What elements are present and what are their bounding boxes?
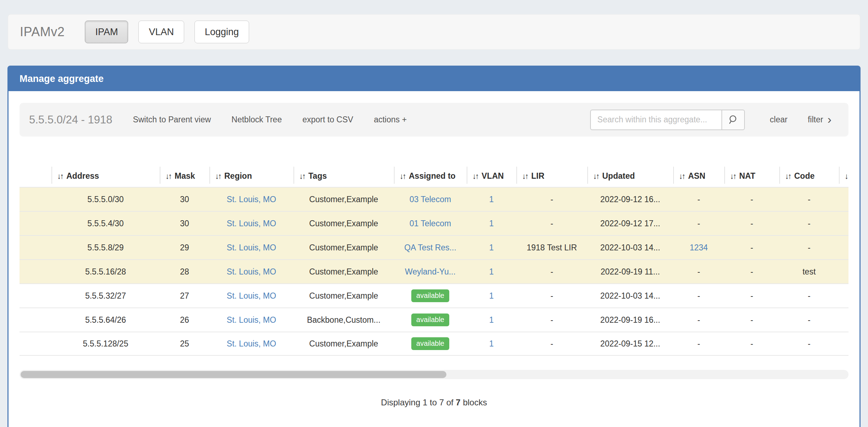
table-row: 5.5.5.32/2727St. Louis, MOCustomer,Examp… — [20, 283, 848, 307]
pagination-text: Displaying 1 to 7 of — [381, 398, 454, 407]
filter-link[interactable]: filter › — [808, 114, 831, 126]
cell-lir: - — [516, 283, 587, 307]
column-header-updated[interactable]: ↓↑Updated — [587, 165, 673, 187]
assigned-to-link[interactable]: Weyland-Yu... — [405, 267, 456, 276]
cell-tags: Customer,Example — [293, 283, 394, 307]
app-brand: IPAMv2 — [20, 24, 65, 39]
cell-code: - — [779, 211, 839, 235]
cell-lir: - — [516, 307, 587, 332]
table-scroll-area: ↓↑Address↓↑Mask↓↑Region↓↑Tags↓↑Assigned … — [20, 165, 848, 356]
column-header-address[interactable]: ↓↑Address — [51, 165, 160, 187]
cell-tags: Customer,Example — [293, 332, 394, 356]
cell-updated: 2022-10-03 14... — [587, 283, 673, 307]
export-to-csv-link[interactable]: export to CSV — [302, 115, 353, 124]
cell-mask: 25 — [160, 332, 209, 356]
netblock-tree-link[interactable]: Netblock Tree — [231, 115, 282, 124]
cell-row-select — [20, 187, 51, 211]
cell-asn: - — [673, 259, 724, 283]
tab-logging[interactable]: Logging — [194, 21, 249, 43]
cell-nat: - — [724, 211, 779, 235]
assigned-to-link[interactable]: 03 Telecom — [410, 195, 451, 204]
top-navbar: IPAMv2 IPAMVLANLogging — [8, 14, 860, 50]
scrollbar-thumb[interactable] — [21, 371, 446, 378]
search-input[interactable] — [590, 110, 722, 130]
tab-ipam[interactable]: IPAM — [85, 21, 128, 43]
assigned-to-link[interactable]: QA Test Res... — [404, 243, 456, 252]
cell-mask: 30 — [160, 211, 209, 235]
region-link[interactable]: St. Louis, MO — [227, 195, 276, 204]
vlan-link[interactable]: 1 — [489, 339, 494, 348]
vlan-link[interactable]: 1 — [489, 291, 494, 300]
vlan-link[interactable]: 1 — [489, 267, 494, 276]
cell-vlan: 1 — [467, 332, 516, 356]
cell-updated: 2022-09-12 16... — [587, 187, 673, 211]
cell-assigned-to: QA Test Res... — [394, 235, 467, 259]
region-link[interactable]: St. Louis, MO — [227, 243, 276, 252]
column-label: Updated — [602, 171, 635, 181]
cell-updated: 2022-09-19 11... — [587, 259, 673, 283]
cell-assigned-to: 03 Telecom — [394, 187, 467, 211]
cell-address: 5.5.5.128/25 — [51, 332, 160, 356]
column-header-assigned-to[interactable]: ↓↑Assigned to — [394, 165, 467, 187]
column-header-tags[interactable]: ↓↑Tags — [293, 165, 394, 187]
tab-vlan[interactable]: VLAN — [138, 21, 184, 43]
table-row: 5.5.5.128/2525St. Louis, MOCustomer,Exam… — [20, 332, 848, 356]
switch-to-parent-view-link[interactable]: Switch to Parent view — [133, 115, 211, 124]
cell-tags: Customer,Example — [293, 235, 394, 259]
region-link[interactable]: St. Louis, MO — [227, 339, 276, 348]
region-link[interactable]: St. Louis, MO — [227, 267, 276, 276]
cell-extra — [839, 235, 848, 259]
actions-menu-link[interactable]: actions + — [374, 115, 407, 124]
column-header-asn[interactable]: ↓↑ASN — [673, 165, 724, 187]
vlan-link[interactable]: 1 — [489, 315, 494, 325]
cell-nat: - — [724, 283, 779, 307]
cell-extra — [839, 187, 848, 211]
cell-region: St. Louis, MO — [209, 235, 293, 259]
vlan-link[interactable]: 1 — [489, 243, 494, 252]
region-link[interactable]: St. Louis, MO — [227, 219, 276, 228]
region-link[interactable]: St. Louis, MO — [227, 315, 276, 325]
available-badge[interactable]: available — [411, 289, 449, 302]
column-label: LIR — [531, 171, 544, 181]
sort-icon: ↓↑ — [679, 172, 685, 181]
cell-vlan: 1 — [467, 235, 516, 259]
cell-tags: Backbone,Custom... — [293, 307, 394, 332]
region-link[interactable]: St. Louis, MO — [227, 291, 276, 300]
horizontal-scrollbar[interactable] — [20, 370, 848, 379]
sort-icon: ↓↑ — [730, 172, 736, 181]
available-badge[interactable]: available — [411, 314, 449, 326]
column-label: Mask — [175, 171, 195, 181]
cell-vlan: 1 — [467, 187, 516, 211]
cell-address: 5.5.5.8/29 — [51, 235, 160, 259]
cell-assigned-to: 01 Telecom — [394, 211, 467, 235]
vlan-link[interactable]: 1 — [489, 219, 494, 228]
clear-link[interactable]: clear — [770, 115, 787, 124]
column-header-vlan[interactable]: ↓↑VLAN — [467, 165, 516, 187]
column-header-nat[interactable]: ↓↑NAT — [724, 165, 779, 187]
column-header-extra[interactable]: ↓↑ — [839, 165, 848, 187]
column-header-lir[interactable]: ↓↑LIR — [516, 165, 587, 187]
column-label: Address — [66, 171, 99, 181]
search-button[interactable] — [721, 110, 745, 130]
column-header-code[interactable]: ↓↑Code — [779, 165, 839, 187]
cell-extra — [839, 332, 848, 356]
cell-mask: 28 — [160, 259, 209, 283]
sort-icon: ↓↑ — [165, 172, 171, 181]
column-label: NAT — [739, 171, 756, 181]
column-header-region[interactable]: ↓↑Region — [209, 165, 293, 187]
cell-row-select — [20, 283, 51, 307]
vlan-link[interactable]: 1 — [489, 195, 494, 204]
cell-lir: - — [516, 211, 587, 235]
cell-code: - — [779, 307, 839, 332]
cell-vlan: 1 — [467, 211, 516, 235]
asn-link[interactable]: 1234 — [690, 243, 708, 252]
column-header-mask[interactable]: ↓↑Mask — [160, 165, 209, 187]
assigned-to-link[interactable]: 01 Telecom — [410, 219, 451, 228]
cell-region: St. Louis, MO — [209, 211, 293, 235]
table-row: 5.5.5.0/3030St. Louis, MOCustomer,Exampl… — [20, 187, 848, 211]
table-row: 5.5.5.4/3030St. Louis, MOCustomer,Exampl… — [20, 211, 848, 235]
sort-icon: ↓↑ — [400, 172, 405, 181]
table-row: 5.5.5.8/2929St. Louis, MOCustomer,Exampl… — [20, 235, 848, 259]
available-badge[interactable]: available — [411, 337, 449, 350]
cell-row-select — [20, 307, 51, 332]
